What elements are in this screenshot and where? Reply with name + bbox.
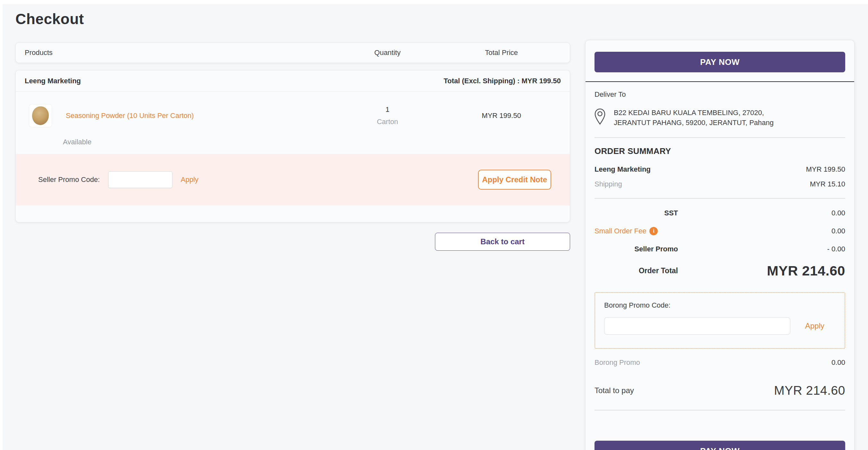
availability-status: Available — [63, 138, 561, 146]
borong-promo-code-label: Borong Promo Code: — [604, 301, 836, 310]
small-order-fee-row: Small Order Fee i 0.00 — [594, 227, 845, 235]
order-total-value: MYR 214.60 — [767, 263, 845, 279]
left-whitespace-strip — [0, 0, 3, 450]
products-table-header: Products Quantity Total Price — [16, 43, 570, 63]
merchant-amount-rows: Leeng Marketing MYR 199.50 Shipping MYR … — [586, 156, 854, 188]
seller-promo-apply-link[interactable]: Apply — [181, 175, 198, 184]
deliver-to-section: Deliver To B22 KEDAI BARU KUALA TEMBELIN… — [586, 82, 854, 128]
divider — [594, 410, 845, 411]
borong-promo-value: 0.00 — [831, 358, 845, 367]
info-icon[interactable]: i — [649, 227, 658, 235]
fees-rows: SST 0.00 Small Order Fee i 0.00 Seller P… — [586, 199, 854, 279]
borong-promo-row: Borong Promo 0.00 — [586, 349, 854, 367]
seller-promo-code-input[interactable] — [108, 171, 173, 188]
small-order-fee-label: Small Order Fee i — [594, 227, 678, 235]
order-summary-panel: PAY NOW Deliver To B22 KEDAI BARU KUALA … — [585, 40, 855, 450]
sst-row: SST 0.00 — [594, 209, 845, 217]
merchant-subtotal-row: Leeng Marketing MYR 199.50 — [594, 165, 845, 174]
column-header-products: Products — [25, 49, 333, 57]
product-section: Seasoning Powder (10 Units Per Carton) 1… — [16, 92, 570, 154]
address-line-2: JERANTUT PAHANG, 59200, JERANTUT, Pahang — [614, 118, 774, 128]
seasoning-powder-image-blob — [32, 106, 49, 125]
seller-promo-row: Seller Promo - 0.00 — [594, 245, 845, 253]
order-total-row: Order Total MYR 214.60 — [594, 263, 845, 279]
top-whitespace-strip — [0, 0, 868, 4]
order-summary-title: ORDER SUMMARY — [586, 138, 854, 156]
item-total-price: MYR 199.50 — [442, 112, 561, 120]
quantity-unit: Carton — [333, 118, 442, 126]
small-order-fee-text: Small Order Fee — [594, 227, 646, 235]
product-image[interactable] — [29, 105, 52, 127]
pay-now-button-top[interactable]: PAY NOW — [594, 52, 845, 72]
borong-promo-apply-link[interactable]: Apply — [805, 321, 824, 331]
seller-card-header: Leeng Marketing Total (Excl. Shipping) :… — [16, 71, 570, 92]
product-name-link[interactable]: Seasoning Powder (10 Units Per Carton) — [66, 112, 194, 120]
total-to-pay-value: MYR 214.60 — [774, 384, 845, 398]
delivery-address: B22 KEDAI BARU KUALA TEMBELING, 27020, J… — [614, 108, 774, 128]
deliver-to-label: Deliver To — [594, 90, 845, 99]
column-header-total-price: Total Price — [442, 49, 561, 57]
address-line-1: B22 KEDAI BARU KUALA TEMBELING, 27020, — [614, 108, 774, 118]
quantity-cell: 1 Carton — [333, 106, 442, 126]
borong-promo-box: Borong Promo Code: Apply — [594, 292, 845, 349]
order-total-label: Order Total — [594, 266, 678, 275]
page-title: Checkout — [16, 10, 84, 28]
seller-products-card: Leeng Marketing Total (Excl. Shipping) :… — [16, 70, 570, 222]
sst-label: SST — [594, 209, 678, 217]
pay-now-button-bottom[interactable]: PAY NOW — [594, 441, 845, 450]
seller-promo-value: - 0.00 — [827, 245, 845, 253]
quantity-value: 1 — [333, 106, 442, 114]
products-card-footer — [16, 205, 570, 222]
location-pin-icon — [594, 108, 606, 125]
sst-value: 0.00 — [831, 209, 845, 217]
seller-name: Leeng Marketing — [25, 77, 81, 85]
pay-now-top-wrap: PAY NOW — [586, 40, 854, 81]
borong-promo-code-input[interactable] — [604, 317, 790, 335]
total-to-pay-label: Total to pay — [594, 386, 634, 395]
merchant-name: Leeng Marketing — [594, 165, 651, 174]
delivery-address-row: B22 KEDAI BARU KUALA TEMBELING, 27020, J… — [594, 108, 845, 128]
small-order-fee-value: 0.00 — [831, 227, 845, 235]
shipping-row: Shipping MYR 15.10 — [594, 180, 845, 188]
shipping-label: Shipping — [594, 180, 622, 188]
seller-subtotal: Total (Excl. Shipping) : MYR 199.50 — [444, 77, 561, 85]
borong-promo-label: Borong Promo — [594, 358, 640, 367]
back-to-cart-button[interactable]: Back to cart — [435, 233, 570, 251]
back-to-cart-row: Back to cart — [16, 233, 570, 251]
shipping-value: MYR 15.10 — [810, 180, 845, 188]
seller-promo-code-label: Seller Promo Code: — [38, 175, 100, 184]
borong-promo-input-row: Apply — [604, 317, 836, 335]
product-main-cell: Seasoning Powder (10 Units Per Carton) — [25, 105, 333, 127]
column-header-quantity: Quantity — [333, 49, 442, 57]
checkout-main-column: Products Quantity Total Price Leeng Mark… — [16, 43, 570, 251]
apply-credit-note-button[interactable]: Apply Credit Note — [478, 170, 551, 190]
total-to-pay-row: Total to pay MYR 214.60 — [586, 367, 854, 398]
pay-now-bottom-wrap: PAY NOW — [586, 441, 854, 450]
product-row: Seasoning Powder (10 Units Per Carton) 1… — [25, 105, 561, 127]
seller-promo-label: Seller Promo — [594, 245, 678, 253]
merchant-subtotal-value: MYR 199.50 — [806, 165, 845, 174]
seller-promo-band: Seller Promo Code: Apply Apply Credit No… — [16, 154, 570, 205]
